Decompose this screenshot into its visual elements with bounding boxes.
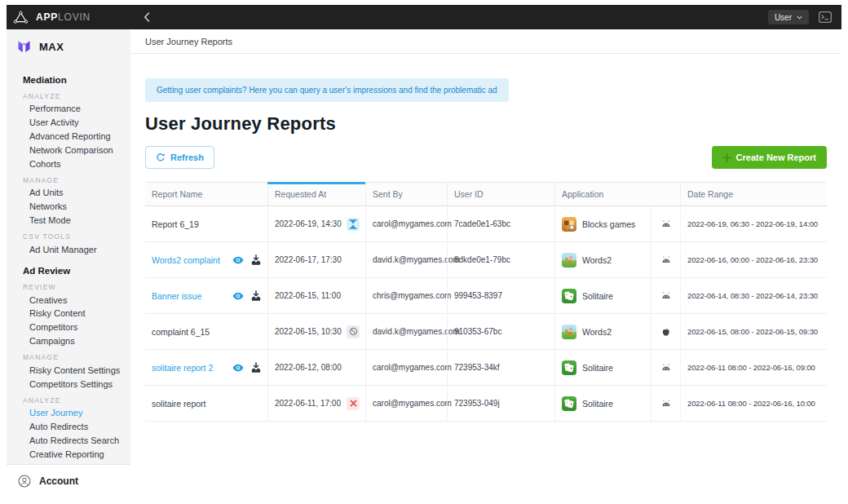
application-name: Solitaire (582, 291, 613, 301)
requested-at-value: 2022-06-19, 14:30 (275, 219, 342, 228)
sidebar-item-ad-unit-manager[interactable]: Ad Unit Manager (7, 242, 130, 256)
table-header-row: Report NameRequested AtSent ByUser IDApp… (145, 182, 827, 206)
user-id-value: 8dkde0e1-79bc (454, 255, 510, 264)
table-row: Words2 complaint2022-06-17, 17:30david.k… (145, 242, 827, 278)
date-range-value: 2022-06-15, 08:00 - 2022-06-15, 09:30 (687, 327, 818, 336)
sidebar-item-creative-reporting[interactable]: Creative Reporting (7, 447, 130, 461)
report-name-text: solitaire report (152, 399, 206, 409)
status-cancelled-icon (347, 325, 360, 338)
report-name-text: Report 6_19 (152, 219, 199, 229)
apple-icon (661, 326, 670, 337)
column-header-requested-at[interactable]: Requested At (267, 183, 365, 206)
applovin-wordmark: APPLOVIN (36, 11, 91, 23)
report-name-link[interactable]: Banner issue (152, 291, 201, 301)
requested-at-value: 2022-06-11, 17:00 (275, 399, 341, 408)
sort-indicator (267, 182, 365, 184)
back-button[interactable] (144, 12, 150, 22)
report-name-text: complaint 6_15 (152, 327, 210, 337)
sidebar-item-cohorts[interactable]: Cohorts (7, 157, 130, 170)
dev-console-button[interactable] (819, 11, 832, 23)
download-report-icon[interactable] (251, 362, 261, 373)
sidebar-item-user-activity[interactable]: User Activity (7, 116, 130, 130)
sidebar-item-auto-redirects[interactable]: Auto Redirects (7, 420, 130, 434)
column-header-date-range[interactable]: Date Range (680, 183, 827, 206)
column-header-report-name[interactable]: Report Name (145, 183, 267, 206)
sidebar-section-manage: MANAGE (7, 175, 130, 186)
application-name: Words2 (582, 327, 612, 337)
account-row[interactable]: Account (7, 464, 130, 499)
user-menu-button[interactable]: User (768, 10, 809, 24)
android-icon (661, 363, 671, 372)
app-icon-words (562, 325, 576, 339)
sidebar-item-auto-redirects-search[interactable]: Auto Redirects Search (7, 434, 130, 448)
sidebar-item-creatives[interactable]: Creatives (7, 293, 130, 307)
application-name: Words2 (582, 255, 612, 265)
sidebar-item-test-mode[interactable]: Test Mode (7, 214, 130, 228)
report-name-link[interactable]: Words2 complaint (152, 255, 220, 265)
table-row: Report 6_192022-06-19, 14:30carol@mygame… (145, 206, 827, 242)
sidebar-item-competitors-settings[interactable]: Competitors Settings (7, 377, 130, 391)
sidebar-item-advanced-reporting[interactable]: Advanced Reporting (7, 130, 130, 144)
sent-by-value: carol@mygames.com (373, 399, 452, 408)
sidebar-item-campaigns[interactable]: Campaigns (7, 334, 130, 348)
sidebar-item-network-comparison[interactable]: Network Comparison (7, 143, 130, 157)
application-name: Solitaire (582, 399, 613, 409)
view-report-icon[interactable] (232, 364, 244, 372)
refresh-label: Refresh (170, 153, 204, 162)
applovin-logo-icon (13, 11, 29, 24)
sent-by-value: chris@mygames.com (373, 291, 451, 300)
sidebar-item-performance[interactable]: Performance (7, 102, 130, 116)
date-range-value: 2022-06-19, 06:30 - 2022-06-19, 14:00 (687, 219, 818, 228)
android-icon (661, 291, 671, 300)
download-report-icon[interactable] (251, 290, 261, 301)
sidebar-item-ad-units[interactable]: Ad Units (7, 186, 130, 200)
chevron-left-icon (144, 12, 150, 22)
application-name: Solitaire (582, 363, 613, 373)
sidebar-item-competitors[interactable]: Competitors (7, 321, 130, 334)
user-id-value: 910353-67bc (454, 327, 501, 336)
user-id-value: 723953-34kf (454, 363, 500, 372)
app-icon-solitaire (562, 289, 576, 303)
info-banner: Getting user complaints? Here you can qu… (145, 78, 509, 102)
sidebar-item-risky-content-settings[interactable]: Risky Content Settings (7, 363, 130, 377)
report-name-link[interactable]: solitaire report 2 (152, 363, 213, 373)
sidebar-item-networks[interactable]: Networks (7, 200, 130, 214)
breadcrumb-bar: User Journey Reports (130, 29, 841, 54)
user-menu-label: User (775, 13, 792, 22)
breadcrumb: User Journey Reports (145, 37, 232, 46)
refresh-button[interactable]: Refresh (145, 146, 214, 169)
column-header-application[interactable]: Application (554, 183, 680, 206)
max-product-header[interactable]: MAX (7, 29, 130, 62)
sidebar-section-csv-tools: CSV TOOLS (7, 231, 130, 242)
column-header-sent-by[interactable]: Sent By (365, 183, 447, 206)
requested-at-value: 2022-06-15, 11:00 (275, 291, 341, 300)
sidebar-item-mediation[interactable]: Mediation (7, 73, 130, 86)
reports-table: Report NameRequested AtSent ByUser IDApp… (145, 182, 827, 422)
sidebar-item-risky-content[interactable]: Risky Content (7, 307, 130, 321)
terminal-icon (819, 11, 832, 23)
column-header-user-id[interactable]: User ID (447, 183, 554, 206)
sidebar-item-ad-review[interactable]: Ad Review (7, 263, 130, 277)
plus-icon (722, 153, 731, 162)
user-id-value: 723953-049j (454, 399, 500, 408)
sidebar: MAX MediationANALYZEPerformanceUser Acti… (7, 29, 130, 499)
top-bar: APPLOVIN User (7, 5, 841, 29)
download-report-icon[interactable] (251, 254, 261, 265)
table-row: Banner issue2022-06-15, 11:00chris@mygam… (145, 278, 827, 314)
app-icon-solitaire (562, 396, 576, 411)
sidebar-item-user-journey[interactable]: User Journey (7, 406, 130, 420)
sidebar-section-analyze: ANALYZE (7, 91, 130, 102)
status-failed-icon (347, 397, 360, 410)
requested-at-value: 2022-06-12, 08:00 (275, 363, 342, 372)
chevron-down-icon (797, 15, 802, 20)
create-new-report-button[interactable]: Create New Report (712, 146, 827, 169)
android-icon (661, 399, 671, 408)
sent-by-value: carol@mygames.com (373, 219, 452, 228)
table-row: complaint 6_152022-06-15, 10:30david.k@m… (145, 314, 827, 350)
view-report-icon[interactable] (232, 292, 244, 300)
max-logo-icon (15, 38, 33, 55)
view-report-icon[interactable] (232, 256, 244, 264)
sent-by-value: carol@mygames.com (373, 363, 452, 372)
create-label: Create New Report (736, 153, 816, 162)
main-area: User Journey Reports Getting user compla… (130, 29, 841, 499)
